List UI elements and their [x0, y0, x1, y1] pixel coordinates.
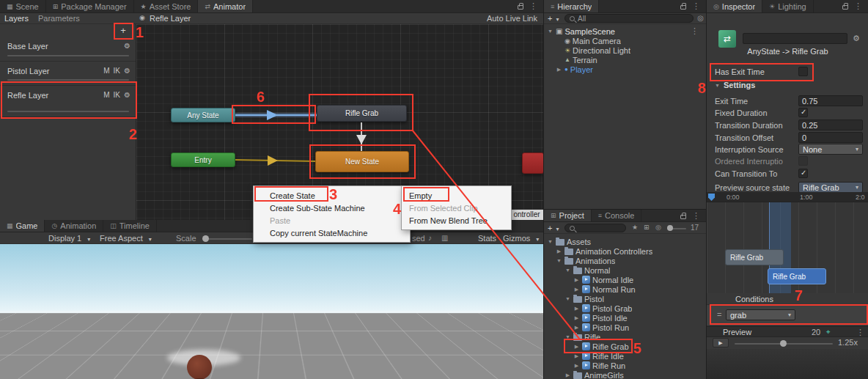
project-row-animation-controllers[interactable]: ▶Animation Controllers: [556, 246, 706, 256]
project-row-pistol-run[interactable]: ▶Pistol Run: [573, 323, 706, 332]
foldout-closed-icon[interactable]: ▶: [573, 277, 580, 283]
gizmo-axis-icon[interactable]: ⌖: [826, 328, 831, 336]
dots-menu-icon[interactable]: ⋮: [529, 1, 537, 11]
favorites-icon[interactable]: ★: [632, 224, 638, 231]
condition-param-dropdown[interactable]: grab▾: [726, 309, 795, 320]
foldout-closed-icon[interactable]: ▶: [573, 287, 580, 292]
ik-badge[interactable]: IK: [114, 91, 120, 99]
foldout-closed-icon[interactable]: ▶: [573, 353, 580, 359]
tab-lighting[interactable]: ☀Lighting: [762, 0, 814, 12]
foldout-open-icon[interactable]: ▼: [547, 239, 553, 244]
menu-item-create-state[interactable]: Create State›: [254, 189, 410, 202]
state-node-any-state[interactable]: Any State: [171, 108, 235, 122]
gear-icon[interactable]: ⚙: [853, 34, 860, 43]
preview-header[interactable]: Preview 20 ⌖ ⋮: [707, 326, 868, 337]
timeline-bar-source[interactable]: Rifle Grab: [725, 249, 784, 265]
gear-icon[interactable]: ⚙: [124, 91, 130, 99]
state-node-new-state[interactable]: New State: [315, 151, 409, 172]
play-button[interactable]: ▶: [713, 338, 729, 347]
hierarchy-row-main-camera[interactable]: ◉ Main Camera: [556, 36, 706, 45]
dots-menu-icon[interactable]: ⋮: [856, 328, 864, 337]
project-row-animegirls[interactable]: ▶AnimeGirls: [564, 370, 706, 379]
transition-name-field[interactable]: [743, 33, 847, 44]
transition-offset-field[interactable]: 0: [798, 132, 863, 143]
project-row-normal[interactable]: ▼Normal: [564, 265, 706, 275]
hierarchy-row-player[interactable]: ▶ ● Player: [556, 65, 706, 74]
foldout-open-icon[interactable]: ▼: [564, 296, 571, 301]
add-layer-button[interactable]: +: [116, 26, 130, 37]
tab-asset-store[interactable]: ★Asset Store: [134, 0, 199, 12]
dots-menu-icon[interactable]: ⋮: [691, 26, 699, 36]
m-badge[interactable]: M: [103, 91, 109, 99]
project-row-pistol-idle[interactable]: ▶Pistol Idle: [573, 313, 706, 323]
tab-game[interactable]: ▦Game: [0, 220, 45, 232]
layer-item-base[interactable]: Base Layer ⚙: [0, 37, 136, 62]
lock-icon[interactable]: [680, 215, 686, 219]
layer-weight-slider[interactable]: [7, 79, 129, 81]
project-search-input[interactable]: [564, 224, 626, 232]
layer-item-pistol[interactable]: Pistol Layer MIK⚙: [0, 62, 136, 86]
stats-button[interactable]: Stats: [478, 234, 496, 243]
layer-weight-slider[interactable]: [7, 55, 129, 56]
breadcrumb[interactable]: Refle Layer: [150, 14, 191, 23]
packages-filter-icon[interactable]: ⊞: [644, 224, 650, 231]
create-asset-button[interactable]: +▾: [548, 224, 559, 232]
tab-animator[interactable]: ⇄Animator: [198, 0, 253, 12]
eye-icon[interactable]: ◉: [139, 14, 145, 21]
gizmos-dropdown[interactable]: Gizmos ▾: [503, 234, 539, 243]
project-row-pistol-grab[interactable]: ▶Pistol Grab: [573, 303, 706, 313]
preview-source-dropdown[interactable]: Rifle Grab▾: [798, 182, 863, 193]
foldout-open-icon[interactable]: ▼: [564, 268, 571, 273]
lock-icon[interactable]: [842, 5, 848, 10]
foldout-closed-icon[interactable]: ▶: [556, 249, 562, 254]
mute-audio-icon[interactable]: ♪: [428, 234, 432, 242]
tab-console[interactable]: ≡Console: [592, 210, 642, 221]
gear-icon[interactable]: ⚙: [124, 42, 130, 50]
auto-live-link-button[interactable]: Auto Live Link: [487, 14, 537, 23]
hierarchy-search-input[interactable]: All: [564, 14, 694, 23]
m-badge[interactable]: M: [103, 67, 109, 75]
foldout-closed-icon[interactable]: ▶: [573, 344, 580, 350]
tab-scene[interactable]: ▦Scene: [0, 0, 46, 12]
maximize-on-play-fragment[interactable]: sed: [412, 234, 425, 243]
state-node-entry[interactable]: Entry: [171, 152, 235, 167]
scale-slider-thumb[interactable]: [202, 235, 209, 242]
transition-duration-field[interactable]: 0.25: [798, 119, 863, 130]
dots-menu-icon[interactable]: ⋮: [854, 1, 862, 11]
project-row-assets[interactable]: ▼Assets: [547, 237, 706, 246]
menu-item-copy-statemachine[interactable]: Copy current StateMachine: [254, 227, 410, 239]
game-viewport[interactable]: [0, 244, 543, 379]
foldout-closed-icon[interactable]: ▶: [564, 372, 571, 378]
foldout-open-icon[interactable]: ▼: [556, 258, 562, 263]
preview-speed-thumb[interactable]: [780, 340, 787, 347]
project-row-animations[interactable]: ▼Animations: [556, 256, 706, 265]
settings-foldout[interactable]: ▼ Settings: [714, 81, 755, 89]
has-exit-time-checkbox[interactable]: [798, 67, 808, 76]
scene-visibility-icon[interactable]: ◎: [697, 14, 704, 22]
tab-package-manager[interactable]: ⊞Package Manager: [46, 0, 134, 12]
menu-item-create-substate[interactable]: Create Sub-State Machine: [254, 202, 410, 214]
gear-icon[interactable]: ⚙: [124, 67, 130, 75]
foldout-closed-icon[interactable]: ▶: [573, 315, 580, 321]
tab-hierarchy[interactable]: ≡Hierarchy: [544, 0, 599, 12]
project-row-normal-idle[interactable]: ▶Normal Idle: [573, 275, 706, 284]
foldout-closed-icon[interactable]: ▶: [573, 306, 580, 312]
timeline-bar-destination[interactable]: Rifle Grab: [768, 268, 826, 284]
project-row-pistol[interactable]: ▼Pistol: [564, 294, 706, 303]
hidden-assets-icon[interactable]: ◎: [655, 224, 661, 231]
drag-handle-icon[interactable]: =: [717, 310, 721, 319]
aspect-dropdown[interactable]: Free Aspect ▾: [100, 234, 152, 243]
vsync-icon[interactable]: ▥: [441, 234, 448, 242]
foldout-open-icon[interactable]: ▼: [564, 334, 571, 339]
parameters-tab-button[interactable]: Parameters: [38, 14, 80, 23]
interruption-source-dropdown[interactable]: None▾: [798, 144, 863, 155]
state-node-rifle-grab[interactable]: Rifle Grab: [317, 105, 407, 122]
project-row-normal-run[interactable]: ▶Normal Run: [573, 284, 706, 294]
layers-tab-button[interactable]: Layers: [4, 14, 29, 23]
tab-project[interactable]: ⊞Project: [544, 210, 592, 221]
layer-weight-slider[interactable]: [7, 111, 129, 112]
scale-slider[interactable]: [202, 238, 252, 240]
project-row-rifle-grab[interactable]: ▶Rifle Grab: [573, 342, 706, 351]
tab-timeline[interactable]: ◫Timeline: [103, 220, 157, 232]
submenu-item-from-new-blend-tree[interactable]: From New Blend Tree: [402, 214, 511, 227]
